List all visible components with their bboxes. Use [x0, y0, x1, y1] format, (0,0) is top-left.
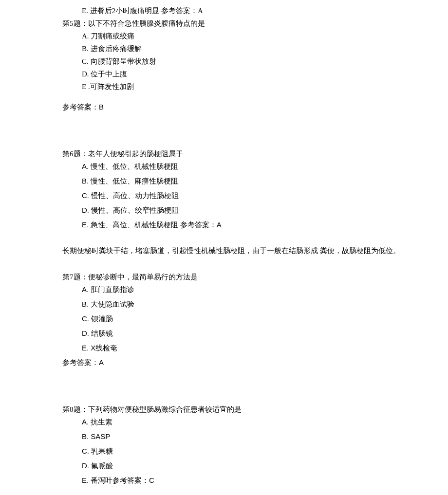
q6-option-e: E. 急性、高位、机械性肠梗阻 参考答案：A — [62, 219, 409, 231]
option-text: 肛门直肠指诊 — [89, 286, 134, 293]
q8-option-b: B. SASP — [62, 431, 409, 442]
option-text: 番泻叶参考答案： — [89, 477, 149, 484]
q6-option-b: B. 慢性、低位、麻痹性肠梗阻 — [62, 175, 409, 187]
q4-option-e-text: E. 进餐后2小时腹痛明显 参考答案：A — [82, 7, 203, 15]
option-letter: C. — [82, 191, 89, 200]
option-text: 慢性、低位、麻痹性肠梗阻 — [89, 177, 178, 185]
q7-title: 第7题：便秘诊断中，最简单易行的方法是 — [62, 271, 409, 283]
option-text: 乳果糖 — [89, 447, 113, 455]
option-letter: D. — [82, 461, 89, 470]
option-text: 慢性、低位、机械性肠梗阻 — [89, 163, 178, 170]
q6-explanation: 长期便秘时粪块干结，堵塞肠道，引起慢性机械性肠梗阻，由于一般在结肠形成 粪便，故… — [62, 244, 409, 257]
q7-answer-label: 参考答案： — [62, 359, 99, 367]
option-letter: B. — [82, 432, 89, 440]
option-text: 氟哌酸 — [89, 462, 113, 470]
option-letter: E. — [82, 476, 89, 484]
q5-answer: 参考答案：B — [62, 101, 409, 113]
q7-answer: 参考答案：A — [62, 357, 409, 368]
q8-title: 第8题：下列药物对便秘型肠易激综合征患者较适宜的是 — [62, 403, 409, 415]
option-text: 大使隐血试验 — [89, 300, 134, 308]
q6-option-a: A. 慢性、低位、机械性肠梗阻 — [62, 161, 409, 172]
option-letter: A. — [82, 162, 89, 170]
q6-option-c: C. 慢性、高位、动力性肠梗阻 — [62, 190, 409, 202]
q5-option-b: B. 进食后疼痛缓解 — [62, 43, 409, 55]
q7-option-d: D. 结肠镜 — [62, 328, 409, 339]
option-text: 慢性、高位、动力性肠梗阻 — [89, 192, 179, 200]
q5-option-e: E .可阵发性加剧 — [62, 81, 409, 92]
q5-option-d: D. 位于中上腹 — [62, 68, 409, 80]
q6-title: 第6题：老年人便秘引起的肠梗阻属于 — [62, 148, 409, 160]
option-letter: C. — [82, 314, 89, 323]
q7-option-a: A. 肛门直肠指诊 — [62, 284, 409, 295]
option-letter: A. — [82, 285, 89, 293]
document-content: E. 进餐后2小时腹痛明显 参考答案：A 第5题：以下不符合急性胰腺炎腹痛特点的… — [0, 5, 448, 486]
q4-option-e: E. 进餐后2小时腹痛明显 参考答案：A — [62, 5, 409, 17]
q8-option-c: C. 乳果糖 — [62, 445, 409, 457]
q7-answer-value: A — [99, 358, 104, 367]
option-letter: A. — [82, 418, 89, 426]
q5-option-a: A. 刀割痛或绞痛 — [62, 30, 409, 42]
option-letter: D. — [82, 206, 89, 214]
q8-option-e: E. 番泻叶参考答案：C — [62, 475, 409, 486]
option-letter: B. — [82, 177, 89, 185]
option-letter: D. — [82, 329, 89, 337]
option-letter: C. — [82, 447, 89, 455]
option-text: 结肠镜 — [89, 330, 113, 337]
q7-option-c: C. 钡灌肠 — [62, 313, 409, 325]
option-text: 急性、高位、机械性肠梗阻 参考答案： — [89, 221, 217, 229]
inline-answer-value: A — [217, 220, 222, 229]
q5-answer-label: 参考答案： — [62, 103, 99, 111]
inline-answer-value: C — [149, 476, 154, 484]
q5-option-c: C. 向腰背部呈带状放射 — [62, 55, 409, 67]
q7-option-b: B. 大使隐血试验 — [62, 298, 409, 310]
option-text: 抗生素 — [89, 418, 112, 426]
option-text-suffix: 线检奄 — [95, 344, 117, 352]
q6-option-d: D. 慢性、高位、绞窄性肠梗阻 — [62, 204, 409, 216]
option-text-prefix: X — [89, 344, 95, 352]
option-text: 钡灌肠 — [89, 315, 113, 323]
q5-answer-value: B — [99, 103, 104, 111]
option-letter: E. — [82, 344, 89, 352]
q7-option-e: E. X线检奄 — [62, 342, 409, 354]
q8-option-a: A. 抗生素 — [62, 416, 409, 428]
q8-option-d: D. 氟哌酸 — [62, 460, 409, 472]
option-text: SASP — [89, 432, 110, 440]
option-letter: B. — [82, 300, 89, 308]
q5-title: 第5题：以下不符合急性胰腺炎腹痛特点的是 — [62, 18, 409, 29]
option-text: 慢性、高位、绞窄性肠梗阻 — [89, 206, 179, 214]
option-letter: E. — [82, 220, 89, 229]
